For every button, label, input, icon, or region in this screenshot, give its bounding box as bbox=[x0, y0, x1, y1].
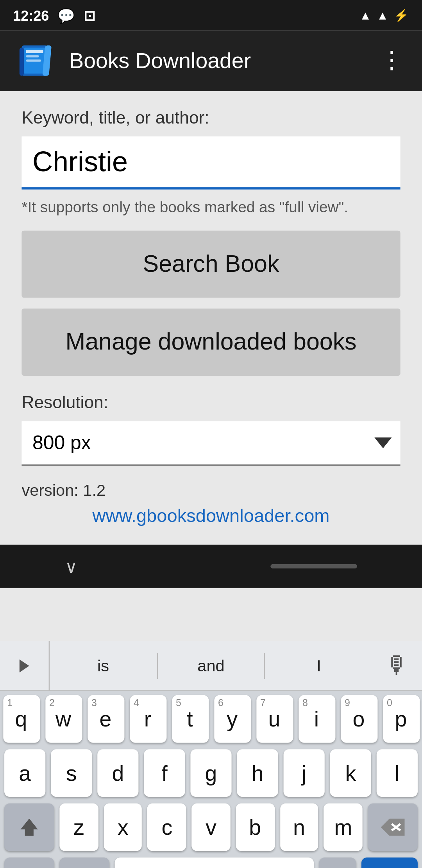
resolution-wrapper: 400 px 600 px 800 px 1024 px bbox=[21, 421, 400, 466]
suggestion-is[interactable]: is bbox=[50, 656, 156, 674]
hint-text: *It supports only the books marked as "f… bbox=[21, 198, 400, 215]
key-p[interactable]: 0p bbox=[383, 695, 419, 743]
resolution-select[interactable]: 400 px 600 px 800 px 1024 px bbox=[21, 421, 400, 464]
key-t[interactable]: 5t bbox=[172, 695, 208, 743]
time: 12:26 bbox=[13, 7, 49, 23]
key-q[interactable]: 1q bbox=[3, 695, 39, 743]
back-button[interactable]: ∨ bbox=[65, 556, 78, 577]
key-s[interactable]: s bbox=[51, 749, 92, 797]
period-key[interactable]: . bbox=[319, 857, 356, 868]
key-m[interactable]: m bbox=[324, 803, 363, 851]
mic-button[interactable]: 🎙 bbox=[372, 651, 422, 680]
key-x[interactable]: x bbox=[104, 803, 142, 851]
space-key[interactable] bbox=[115, 857, 314, 868]
key-y[interactable]: 6y bbox=[214, 695, 250, 743]
suggestions-list: is and I bbox=[50, 652, 372, 678]
suggestions-bar: is and I 🎙 bbox=[0, 641, 422, 690]
svg-rect-3 bbox=[26, 55, 39, 57]
emoji-key[interactable]: 🙂 bbox=[59, 857, 109, 868]
resolution-label: Resolution: bbox=[21, 393, 400, 412]
key-l[interactable]: l bbox=[377, 749, 418, 797]
key-k[interactable]: k bbox=[330, 749, 371, 797]
wifi-icon: ▲ bbox=[359, 9, 371, 22]
app-bar: Books Downloader ⋮ bbox=[0, 30, 422, 91]
app-bar-left: Books Downloader bbox=[17, 41, 251, 80]
svg-rect-4 bbox=[26, 59, 41, 62]
mic-icon: 🎙 bbox=[385, 651, 409, 680]
key-row-2: a s d f g h j k l bbox=[4, 749, 418, 797]
svg-rect-2 bbox=[26, 50, 43, 53]
expand-icon bbox=[20, 659, 29, 672]
suggestion-and[interactable]: and bbox=[157, 656, 264, 674]
suggestion-expand-button[interactable] bbox=[0, 640, 50, 690]
battery-icon: ⚡ bbox=[394, 8, 409, 22]
svg-marker-7 bbox=[21, 819, 38, 836]
key-f[interactable]: f bbox=[144, 749, 185, 797]
app-icon bbox=[17, 41, 56, 80]
key-e[interactable]: 3e bbox=[87, 695, 124, 743]
key-a[interactable]: a bbox=[4, 749, 45, 797]
numbers-key[interactable]: ?123 bbox=[4, 857, 54, 868]
keyboard: is and I 🎙 1q 2w 3e 4r 5t bbox=[0, 641, 422, 868]
screenshot-icon: ⊡ bbox=[84, 7, 95, 23]
key-o[interactable]: 9o bbox=[340, 695, 377, 743]
key-r[interactable]: 4r bbox=[129, 695, 166, 743]
status-bar: 12:26 💬 ⊡ ▲ ▲ ⚡ bbox=[0, 0, 422, 30]
more-options-button[interactable]: ⋮ bbox=[380, 47, 405, 75]
key-w[interactable]: 2w bbox=[45, 695, 82, 743]
key-row-1: 1q 2w 3e 4r 5t 6y 7u 8i bbox=[4, 695, 418, 743]
key-v[interactable]: v bbox=[192, 803, 231, 851]
key-g[interactable]: g bbox=[190, 749, 231, 797]
key-c[interactable]: c bbox=[148, 803, 186, 851]
search-key[interactable] bbox=[361, 857, 418, 868]
key-z[interactable]: z bbox=[59, 803, 98, 851]
key-u[interactable]: 7u bbox=[256, 695, 293, 743]
key-b[interactable]: b bbox=[236, 803, 274, 851]
search-label: Keyword, title, or author: bbox=[21, 108, 400, 128]
key-j[interactable]: j bbox=[284, 749, 325, 797]
key-row-4: ?123 🙂 . bbox=[4, 857, 418, 868]
home-indicator[interactable] bbox=[270, 564, 357, 569]
version-text: version: 1.2 bbox=[21, 481, 400, 499]
manage-books-button[interactable]: Manage downloaded books bbox=[21, 308, 400, 376]
status-left: 12:26 💬 ⊡ bbox=[13, 7, 95, 23]
svg-rect-5 bbox=[20, 48, 24, 76]
search-book-button[interactable]: Search Book bbox=[21, 231, 400, 298]
website-link[interactable]: www.gbooksdownloader.com bbox=[21, 506, 400, 527]
key-h[interactable]: h bbox=[237, 749, 278, 797]
key-n[interactable]: n bbox=[280, 803, 318, 851]
status-right: ▲ ▲ ⚡ bbox=[359, 8, 409, 22]
keyboard-rows: 1q 2w 3e 4r 5t 6y 7u 8i bbox=[0, 691, 422, 868]
key-d[interactable]: d bbox=[97, 749, 138, 797]
main-content: Keyword, title, or author: *It supports … bbox=[0, 91, 422, 545]
key-row-3: z x c v b n m bbox=[4, 803, 418, 851]
delete-key[interactable] bbox=[368, 803, 418, 851]
search-input[interactable] bbox=[21, 136, 400, 190]
suggestion-i[interactable]: I bbox=[265, 656, 372, 674]
whatsapp-icon: 💬 bbox=[57, 7, 75, 23]
bottom-nav: ∨ bbox=[0, 545, 422, 588]
app-title: Books Downloader bbox=[69, 48, 251, 73]
shift-key[interactable] bbox=[4, 803, 54, 851]
signal-icon: ▲ bbox=[377, 9, 388, 22]
key-i[interactable]: 8i bbox=[298, 695, 335, 743]
